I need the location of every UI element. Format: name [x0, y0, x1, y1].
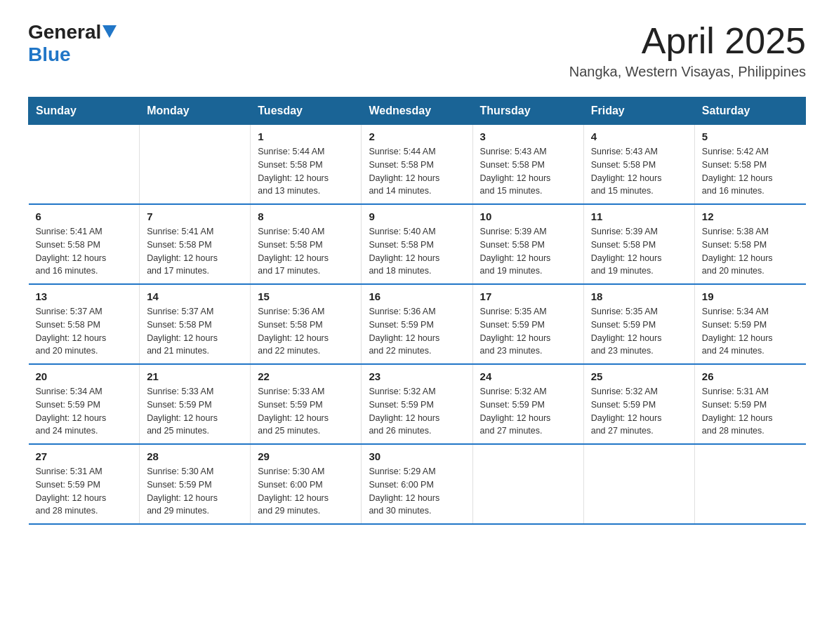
header-day-tuesday: Tuesday — [251, 98, 362, 125]
day-cell: 6Sunrise: 5:41 AM Sunset: 5:58 PM Daylig… — [29, 204, 140, 284]
day-number: 23 — [369, 370, 465, 382]
day-cell: 27Sunrise: 5:31 AM Sunset: 5:59 PM Dayli… — [29, 444, 140, 524]
day-info: Sunrise: 5:37 AM Sunset: 5:58 PM Dayligh… — [147, 305, 243, 358]
day-cell — [583, 444, 694, 524]
day-cell: 8Sunrise: 5:40 AM Sunset: 5:58 PM Daylig… — [251, 204, 362, 284]
logo-text-blue: Blue — [28, 43, 71, 65]
day-info: Sunrise: 5:40 AM Sunset: 5:58 PM Dayligh… — [258, 225, 354, 278]
day-cell: 22Sunrise: 5:33 AM Sunset: 5:59 PM Dayli… — [251, 364, 362, 444]
day-info: Sunrise: 5:33 AM Sunset: 5:59 PM Dayligh… — [258, 385, 354, 438]
day-cell: 13Sunrise: 5:37 AM Sunset: 5:58 PM Dayli… — [29, 284, 140, 364]
day-cell: 3Sunrise: 5:43 AM Sunset: 5:58 PM Daylig… — [472, 125, 583, 205]
day-info: Sunrise: 5:32 AM Sunset: 5:59 PM Dayligh… — [480, 385, 576, 438]
day-cell: 24Sunrise: 5:32 AM Sunset: 5:59 PM Dayli… — [472, 364, 583, 444]
day-number: 11 — [591, 210, 687, 222]
logo-text-general: General — [28, 21, 101, 43]
day-number: 12 — [702, 210, 799, 222]
svg-marker-0 — [102, 25, 117, 38]
day-info: Sunrise: 5:31 AM Sunset: 5:59 PM Dayligh… — [36, 465, 133, 518]
day-cell: 18Sunrise: 5:35 AM Sunset: 5:59 PM Dayli… — [583, 284, 694, 364]
day-info: Sunrise: 5:40 AM Sunset: 5:58 PM Dayligh… — [369, 225, 465, 278]
day-number: 29 — [258, 450, 354, 462]
day-number: 3 — [480, 130, 576, 142]
day-cell: 26Sunrise: 5:31 AM Sunset: 5:59 PM Dayli… — [694, 364, 805, 444]
day-cell — [472, 444, 583, 524]
day-info: Sunrise: 5:34 AM Sunset: 5:59 PM Dayligh… — [702, 305, 799, 358]
day-info: Sunrise: 5:41 AM Sunset: 5:58 PM Dayligh… — [36, 225, 133, 278]
calendar-table: SundayMondayTuesdayWednesdayThursdayFrid… — [28, 97, 806, 525]
day-cell: 2Sunrise: 5:44 AM Sunset: 5:58 PM Daylig… — [362, 125, 472, 205]
day-number: 2 — [369, 130, 465, 142]
week-row-4: 20Sunrise: 5:34 AM Sunset: 5:59 PM Dayli… — [29, 364, 806, 444]
title-section: April 2025 Nangka, Western Visayas, Phil… — [569, 21, 806, 80]
day-info: Sunrise: 5:30 AM Sunset: 5:59 PM Dayligh… — [147, 465, 243, 518]
day-number: 13 — [36, 290, 133, 302]
day-info: Sunrise: 5:34 AM Sunset: 5:59 PM Dayligh… — [36, 385, 133, 438]
day-cell: 7Sunrise: 5:41 AM Sunset: 5:58 PM Daylig… — [140, 204, 251, 284]
day-cell: 4Sunrise: 5:43 AM Sunset: 5:58 PM Daylig… — [583, 125, 694, 205]
day-number: 26 — [702, 370, 799, 382]
day-info: Sunrise: 5:39 AM Sunset: 5:58 PM Dayligh… — [591, 225, 687, 278]
day-cell: 30Sunrise: 5:29 AM Sunset: 6:00 PM Dayli… — [362, 444, 472, 524]
day-number: 18 — [591, 290, 687, 302]
day-number: 27 — [36, 450, 133, 462]
day-info: Sunrise: 5:36 AM Sunset: 5:59 PM Dayligh… — [369, 305, 465, 358]
day-number: 1 — [258, 130, 354, 142]
day-info: Sunrise: 5:42 AM Sunset: 5:58 PM Dayligh… — [702, 145, 799, 198]
day-number: 22 — [258, 370, 354, 382]
day-info: Sunrise: 5:32 AM Sunset: 5:59 PM Dayligh… — [369, 385, 465, 438]
day-number: 9 — [369, 210, 465, 222]
logo: General Blue — [28, 21, 117, 66]
day-info: Sunrise: 5:44 AM Sunset: 5:58 PM Dayligh… — [258, 145, 354, 198]
day-number: 25 — [591, 370, 687, 382]
header-day-saturday: Saturday — [694, 98, 805, 125]
day-number: 10 — [480, 210, 576, 222]
week-row-2: 6Sunrise: 5:41 AM Sunset: 5:58 PM Daylig… — [29, 204, 806, 284]
day-number: 21 — [147, 370, 243, 382]
day-number: 24 — [480, 370, 576, 382]
day-cell: 17Sunrise: 5:35 AM Sunset: 5:59 PM Dayli… — [472, 284, 583, 364]
day-info: Sunrise: 5:43 AM Sunset: 5:58 PM Dayligh… — [480, 145, 576, 198]
day-cell: 11Sunrise: 5:39 AM Sunset: 5:58 PM Dayli… — [583, 204, 694, 284]
day-cell: 20Sunrise: 5:34 AM Sunset: 5:59 PM Dayli… — [29, 364, 140, 444]
header-day-sunday: Sunday — [29, 98, 140, 125]
day-info: Sunrise: 5:39 AM Sunset: 5:58 PM Dayligh… — [480, 225, 576, 278]
header-day-wednesday: Wednesday — [362, 98, 472, 125]
day-info: Sunrise: 5:37 AM Sunset: 5:58 PM Dayligh… — [36, 305, 133, 358]
day-number: 8 — [258, 210, 354, 222]
page-header: General Blue April 2025 Nangka, Western … — [28, 21, 806, 80]
week-row-3: 13Sunrise: 5:37 AM Sunset: 5:58 PM Dayli… — [29, 284, 806, 364]
day-cell: 19Sunrise: 5:34 AM Sunset: 5:59 PM Dayli… — [694, 284, 805, 364]
day-info: Sunrise: 5:41 AM Sunset: 5:58 PM Dayligh… — [147, 225, 243, 278]
day-number: 17 — [480, 290, 576, 302]
day-info: Sunrise: 5:35 AM Sunset: 5:59 PM Dayligh… — [591, 305, 687, 358]
header-row: SundayMondayTuesdayWednesdayThursdayFrid… — [29, 98, 806, 125]
day-info: Sunrise: 5:30 AM Sunset: 6:00 PM Dayligh… — [258, 465, 354, 518]
day-cell: 29Sunrise: 5:30 AM Sunset: 6:00 PM Dayli… — [251, 444, 362, 524]
day-cell: 16Sunrise: 5:36 AM Sunset: 5:59 PM Dayli… — [362, 284, 472, 364]
day-info: Sunrise: 5:33 AM Sunset: 5:59 PM Dayligh… — [147, 385, 243, 438]
day-info: Sunrise: 5:44 AM Sunset: 5:58 PM Dayligh… — [369, 145, 465, 198]
day-info: Sunrise: 5:35 AM Sunset: 5:59 PM Dayligh… — [480, 305, 576, 358]
day-number: 15 — [258, 290, 354, 302]
day-number: 19 — [702, 290, 799, 302]
day-cell: 28Sunrise: 5:30 AM Sunset: 5:59 PM Dayli… — [140, 444, 251, 524]
day-info: Sunrise: 5:31 AM Sunset: 5:59 PM Dayligh… — [702, 385, 799, 438]
day-cell: 25Sunrise: 5:32 AM Sunset: 5:59 PM Dayli… — [583, 364, 694, 444]
logo-triangle-icon — [102, 25, 117, 39]
day-cell: 5Sunrise: 5:42 AM Sunset: 5:58 PM Daylig… — [694, 125, 805, 205]
calendar-body: 1Sunrise: 5:44 AM Sunset: 5:58 PM Daylig… — [29, 125, 806, 525]
day-number: 4 — [591, 130, 687, 142]
calendar-header: SundayMondayTuesdayWednesdayThursdayFrid… — [29, 98, 806, 125]
day-number: 16 — [369, 290, 465, 302]
day-cell: 1Sunrise: 5:44 AM Sunset: 5:58 PM Daylig… — [251, 125, 362, 205]
month-title: April 2025 — [569, 21, 806, 61]
day-cell — [694, 444, 805, 524]
day-cell: 12Sunrise: 5:38 AM Sunset: 5:58 PM Dayli… — [694, 204, 805, 284]
day-cell: 9Sunrise: 5:40 AM Sunset: 5:58 PM Daylig… — [362, 204, 472, 284]
location-subtitle: Nangka, Western Visayas, Philippines — [569, 64, 806, 80]
header-day-monday: Monday — [140, 98, 251, 125]
day-cell: 23Sunrise: 5:32 AM Sunset: 5:59 PM Dayli… — [362, 364, 472, 444]
header-day-friday: Friday — [583, 98, 694, 125]
week-row-1: 1Sunrise: 5:44 AM Sunset: 5:58 PM Daylig… — [29, 125, 806, 205]
